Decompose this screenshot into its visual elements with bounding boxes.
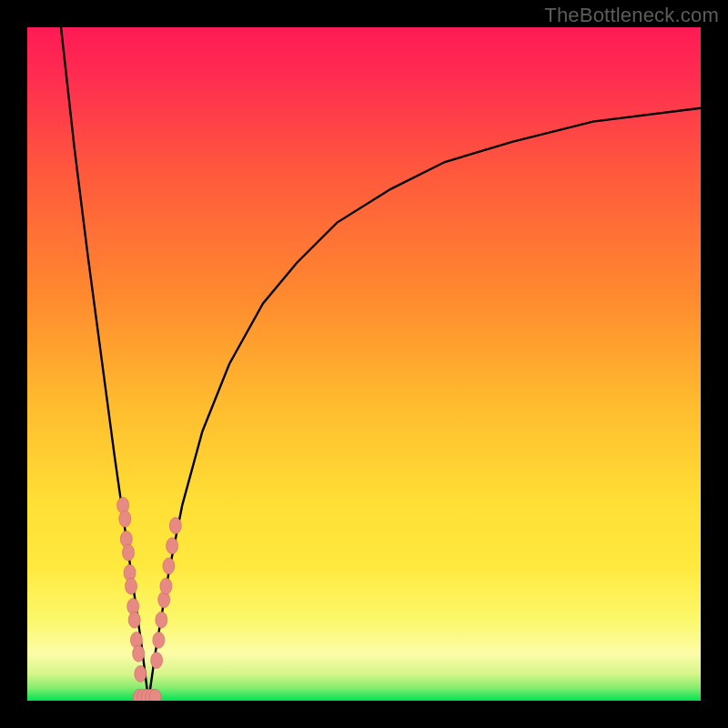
chart-frame: TheBottleneck.com xyxy=(0,0,728,728)
marker-dot xyxy=(167,538,178,554)
marker-dot xyxy=(151,652,163,669)
marker-dot xyxy=(126,578,137,594)
marker-cluster xyxy=(117,497,182,701)
marker-dot xyxy=(119,511,131,527)
marker-dot xyxy=(163,558,175,574)
plot-area xyxy=(27,27,701,701)
watermark-text: TheBottleneck.com xyxy=(544,4,719,27)
marker-dot xyxy=(160,578,172,594)
marker-dot xyxy=(153,632,165,648)
marker-dot xyxy=(123,544,135,561)
marker-dot xyxy=(133,645,145,662)
marker-dot xyxy=(169,518,181,534)
marker-dot xyxy=(156,612,167,628)
bottleneck-curve-svg xyxy=(27,27,701,701)
bottleneck-curve xyxy=(61,27,701,701)
marker-dot xyxy=(128,612,140,628)
marker-dot xyxy=(135,665,147,682)
